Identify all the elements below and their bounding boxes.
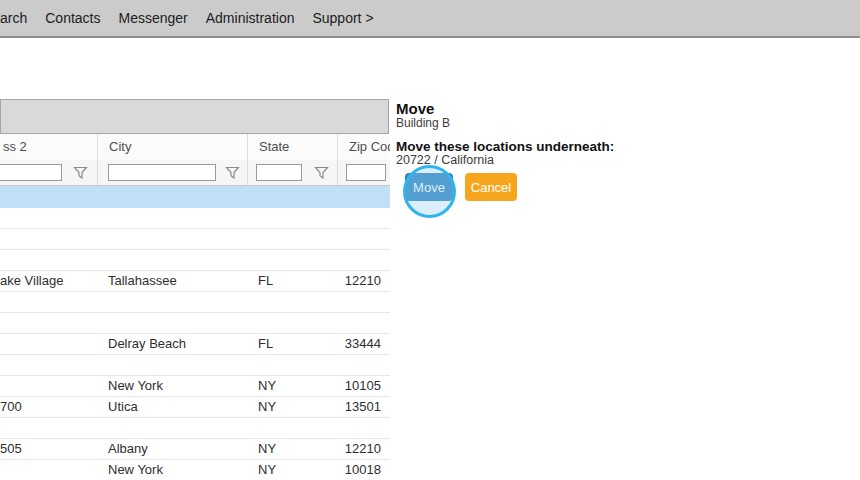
cell-city: [97, 208, 247, 228]
cell-address2: [0, 334, 97, 354]
cell-address2: [0, 208, 97, 228]
funnel-icon[interactable]: [225, 166, 240, 180]
column-header-state[interactable]: State: [247, 134, 337, 160]
filter-cell-address2: [0, 160, 97, 185]
panel-target-location: 20722 / California: [396, 153, 494, 167]
table-row[interactable]: [0, 355, 390, 376]
nav-item-messenger[interactable]: Messenger: [118, 10, 187, 26]
top-navigation-bar: arch Contacts Messenger Administration S…: [0, 0, 860, 38]
funnel-icon[interactable]: [314, 166, 329, 180]
cell-zip: [337, 229, 390, 249]
table-row[interactable]: [0, 208, 390, 229]
cell-zip: 33444: [337, 334, 390, 354]
cell-state: FL: [247, 271, 337, 291]
cell-city: [97, 292, 247, 312]
table-row[interactable]: [0, 418, 390, 439]
table-row[interactable]: New York NY 10018: [0, 460, 390, 480]
cell-address2: [0, 355, 97, 375]
cell-state: [247, 418, 337, 438]
cell-city: [97, 355, 247, 375]
cell-address2: [0, 418, 97, 438]
cell-state: FL: [247, 334, 337, 354]
filter-cell-city: [97, 160, 247, 185]
cell-zip: [337, 250, 390, 270]
column-header-address2[interactable]: ss 2: [0, 134, 97, 160]
table-row[interactable]: New York NY 10105: [0, 376, 390, 397]
table-row[interactable]: [0, 313, 390, 334]
panel-prompt: Move these locations underneath:: [396, 139, 614, 154]
cell-city: Utica: [97, 397, 247, 417]
locations-grid: ss 2 City State Zip Code: [0, 99, 390, 480]
nav-item-search[interactable]: arch: [0, 10, 27, 26]
cell-zip: 10018: [337, 460, 390, 480]
cancel-button[interactable]: Cancel: [465, 173, 517, 201]
filter-cell-zip: [337, 160, 390, 185]
cell-address2: [0, 229, 97, 249]
table-row[interactable]: [0, 292, 390, 313]
filter-cell-state: [247, 160, 337, 185]
cell-city: Albany: [97, 439, 247, 459]
cell-city: [97, 250, 247, 270]
cell-address2: [0, 460, 97, 480]
cell-zip: 13501: [337, 397, 390, 417]
cell-zip: [337, 355, 390, 375]
selected-row-highlight[interactable]: [0, 186, 390, 208]
cell-address2: [0, 250, 97, 270]
cell-state: [247, 355, 337, 375]
cell-state: [247, 208, 337, 228]
cell-city: Tallahassee: [97, 271, 247, 291]
cell-state: NY: [247, 439, 337, 459]
zip-filter-input[interactable]: [346, 164, 386, 181]
table-row[interactable]: [0, 229, 390, 250]
nav-item-support[interactable]: Support >: [312, 10, 373, 26]
cell-address2: [0, 313, 97, 333]
cell-address2: [0, 292, 97, 312]
cell-address2: ake Village: [0, 271, 97, 291]
cell-state: NY: [247, 460, 337, 480]
funnel-icon[interactable]: [73, 166, 88, 180]
cell-city: [97, 229, 247, 249]
cell-city: [97, 313, 247, 333]
cell-city: New York: [97, 460, 247, 480]
cell-zip: [337, 418, 390, 438]
panel-title: Move: [396, 100, 434, 117]
cell-address2: 700: [0, 397, 97, 417]
table-body: ake Village Tallahassee FL 12210 Delray …: [0, 208, 390, 480]
cell-zip: [337, 313, 390, 333]
cell-address2: 505: [0, 439, 97, 459]
cell-zip: [337, 208, 390, 228]
cell-state: [247, 313, 337, 333]
cell-zip: 12210: [337, 271, 390, 291]
grid-filter-row: [0, 160, 390, 186]
grid-header-row: ss 2 City State Zip Code: [0, 134, 390, 160]
cell-city: New York: [97, 376, 247, 396]
table-row[interactable]: Delray Beach FL 33444: [0, 334, 390, 355]
table-row[interactable]: 505 Albany NY 12210: [0, 439, 390, 460]
panel-subtitle: Building B: [396, 116, 450, 130]
table-row[interactable]: ake Village Tallahassee FL 12210: [0, 271, 390, 292]
column-header-zip[interactable]: Zip Code: [337, 134, 390, 160]
cell-address2: [0, 376, 97, 396]
cell-state: [247, 250, 337, 270]
cell-zip: 12210: [337, 439, 390, 459]
address2-filter-input[interactable]: [0, 164, 62, 181]
table-row[interactable]: 700 Utica NY 13501: [0, 397, 390, 418]
nav-item-administration[interactable]: Administration: [206, 10, 295, 26]
cell-zip: [337, 292, 390, 312]
cell-city: Delray Beach: [97, 334, 247, 354]
cell-state: NY: [247, 397, 337, 417]
cell-state: NY: [247, 376, 337, 396]
cell-state: [247, 292, 337, 312]
cell-zip: 10105: [337, 376, 390, 396]
cell-city: [97, 418, 247, 438]
move-button[interactable]: Move: [405, 173, 453, 201]
column-header-city[interactable]: City: [97, 134, 247, 160]
grid-toolbar: [0, 99, 389, 134]
nav-item-contacts[interactable]: Contacts: [45, 10, 100, 26]
cell-state: [247, 229, 337, 249]
state-filter-input[interactable]: [256, 164, 302, 181]
city-filter-input[interactable]: [108, 164, 216, 181]
table-row[interactable]: [0, 250, 390, 271]
